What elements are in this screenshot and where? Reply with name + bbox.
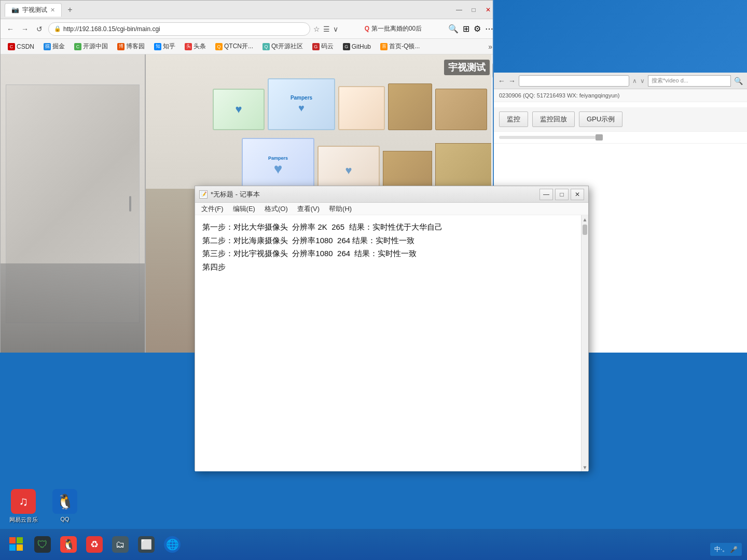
lock-icon: 🔒 — [54, 25, 61, 32]
minimize-button[interactable]: — — [454, 5, 464, 15]
second-nav-forward[interactable]: → — [508, 77, 516, 85]
netease-music-icon: ♫ — [11, 489, 36, 514]
contact-info-text: 0230906 (QQ: 517216493 WX: feiyangqingyu… — [499, 92, 619, 99]
qq-logo-icon: 🐧 — [56, 493, 74, 510]
bookmark-label: 掘金 — [52, 42, 65, 51]
second-nav-back[interactable]: ← — [498, 77, 505, 85]
wardrobe — [1, 54, 146, 353]
extensions-icon[interactable]: ⚙ — [474, 24, 481, 34]
bookmark-label: CSDN — [17, 43, 34, 50]
heart-icon-3: ♥ — [274, 161, 283, 177]
oschina-icon: C — [74, 43, 81, 50]
desktop-icon-qq[interactable]: 🐧 QQ — [47, 489, 83, 524]
qd-icon: 首 — [380, 43, 388, 50]
bookmark-label: 码云 — [321, 42, 334, 51]
bookmark-gitee[interactable]: G 码云 — [308, 40, 338, 52]
heart-icon-1: ♥ — [235, 103, 242, 116]
back-button[interactable]: ← — [5, 23, 16, 35]
menu-format[interactable]: 格式(O) — [260, 203, 292, 215]
ime-indicator[interactable]: 中·。 🎤 — [710, 543, 742, 556]
bookmark-cnblogs[interactable]: 博 博客园 — [113, 40, 149, 52]
bookmark-icon[interactable]: ☆ — [313, 25, 320, 33]
browser-titlebar: 📷 宇视测试 ✕ + — □ ✕ — [1, 1, 497, 19]
browser-icon: 🌐 — [166, 538, 179, 551]
monitor-button[interactable]: 监控 — [499, 111, 528, 127]
refresh-button[interactable]: ↺ — [34, 23, 45, 35]
qq-icon: 🐧 — [52, 489, 77, 514]
bookmark-github[interactable]: G GitHub — [339, 41, 375, 52]
menu-view[interactable]: 查看(V) — [293, 203, 324, 215]
search-icon[interactable]: 🔍 — [448, 24, 459, 34]
browser-tab[interactable]: 📷 宇视测试 ✕ — [5, 3, 62, 17]
taskbar-security-icon[interactable]: 🛡 — [31, 533, 54, 556]
notepad-scroll-thumb[interactable] — [583, 225, 587, 235]
second-search-icon[interactable]: 🔍 — [734, 77, 743, 85]
notepad-scroll-up[interactable]: ▲ — [582, 215, 588, 223]
address-bar: ← → ↺ 🔒 http://192.168.0.15/cgi-bin/main… — [1, 19, 497, 39]
notepad-scrollbar: ▲ ▼ — [581, 215, 588, 471]
url-text: http://192.168.0.15/cgi-bin/main.cgi — [63, 25, 160, 33]
menu-file[interactable]: 文件(F) — [197, 203, 228, 215]
slider-thumb[interactable] — [596, 134, 603, 141]
bookmark-qtcn[interactable]: Q QTCN开... — [211, 40, 257, 52]
tab-label: 宇视测试 — [22, 6, 47, 15]
taskbar-qq-icon[interactable]: 🐧 — [57, 533, 80, 556]
bookmark-juejin[interactable]: 掘 掘金 — [39, 40, 69, 52]
box-brown-1 — [388, 83, 432, 130]
bookmark-qd[interactable]: 首 首页-Q顿... — [376, 40, 424, 52]
bookmark-zhihu[interactable]: 知 知乎 — [150, 40, 179, 52]
gpu-button[interactable]: GPU示例 — [579, 111, 622, 127]
taskbar-app3-icon[interactable]: ♻ — [83, 533, 106, 556]
notepad-textarea[interactable]: 第一步：对比大华摄像头 分辨率 2K 265 结果：实时性优于大华自己 第二步：… — [195, 215, 581, 471]
taskbar-files-icon[interactable]: ⬜ — [135, 533, 158, 556]
bookmark-qtopen[interactable]: Q Qt开源社区 — [258, 40, 307, 52]
qq-taskbar-icon: 🐧 — [62, 538, 75, 551]
toutiao-icon: 头 — [185, 43, 192, 50]
brightness-slider[interactable] — [499, 136, 603, 139]
second-url-input[interactable] — [519, 75, 629, 87]
bookmark-oschina[interactable]: C 开源中国 — [70, 40, 112, 52]
box-1: ♥ — [213, 89, 265, 130]
notepad-maximize-button[interactable]: □ — [555, 189, 569, 200]
collections-icon[interactable]: ⊞ — [463, 24, 469, 34]
taskbar-file-manager-icon[interactable]: 🗂 — [109, 533, 132, 556]
forward-button[interactable]: → — [19, 23, 31, 35]
camera-watermark: 宇视测试 — [444, 60, 490, 75]
notepad-window: 📝 *无标题 - 记事本 — □ ✕ 文件(F) 编辑(E) 格式(O) 查看(… — [195, 186, 589, 471]
menu-help[interactable]: 帮助(H) — [325, 203, 356, 215]
app3-icon: ♻ — [86, 536, 103, 553]
address-right-controls: ☆ ☰ ∨ — [313, 25, 338, 33]
close-button[interactable]: ✕ — [483, 5, 493, 15]
svg-rect-0 — [9, 537, 16, 543]
file-manager-icon: 🗂 — [112, 536, 129, 553]
notepad-minimize-button[interactable]: — — [540, 189, 553, 200]
second-browser-addr-bar: ← → ∧ ∨ 搜索*video d... 🔍 — [494, 73, 747, 89]
box-brown-2 — [435, 89, 487, 130]
playback-button[interactable]: 监控回放 — [532, 111, 575, 127]
bookmark-csdn[interactable]: C CSDN — [4, 41, 38, 52]
cnblogs-icon: 博 — [117, 43, 125, 50]
bookmark-toutiao[interactable]: 头 头条 — [181, 40, 210, 52]
new-tab-button[interactable]: + — [64, 4, 76, 16]
menu-edit[interactable]: 编辑(E) — [229, 203, 259, 215]
url-input[interactable]: 🔒 http://192.168.0.15/cgi-bin/main.cgi — [48, 22, 310, 36]
maximize-button[interactable]: □ — [468, 5, 479, 15]
search-engine-icon: Q — [365, 25, 369, 32]
recycler-icon: ♻ — [90, 539, 99, 550]
notepad-close-button[interactable]: ✕ — [571, 189, 584, 200]
window-controls: — □ ✕ — [454, 5, 493, 15]
pampers-label-1: Pampers — [290, 95, 312, 101]
system-tray: 中·。 🎤 — [710, 543, 742, 556]
read-mode-icon[interactable]: ☰ — [323, 25, 330, 33]
second-search-input[interactable]: 搜索*video d... — [648, 75, 731, 87]
start-button[interactable] — [5, 533, 28, 556]
gitee-icon: G — [312, 43, 320, 50]
dropdown-icon[interactable]: ∨ — [333, 25, 338, 33]
menu-icon[interactable]: ⋯ — [485, 24, 493, 34]
desktop-icon-netease-music[interactable]: ♫ 网易云音乐 — [5, 489, 42, 524]
notepad-title: *无标题 - 记事本 — [211, 190, 540, 199]
taskbar-chrome-icon[interactable]: 🌐 — [161, 533, 184, 556]
notepad-scroll-down[interactable]: ▼ — [582, 463, 588, 471]
tab-close-button[interactable]: ✕ — [50, 7, 55, 13]
notepad-app-icon: 📝 — [199, 190, 208, 199]
